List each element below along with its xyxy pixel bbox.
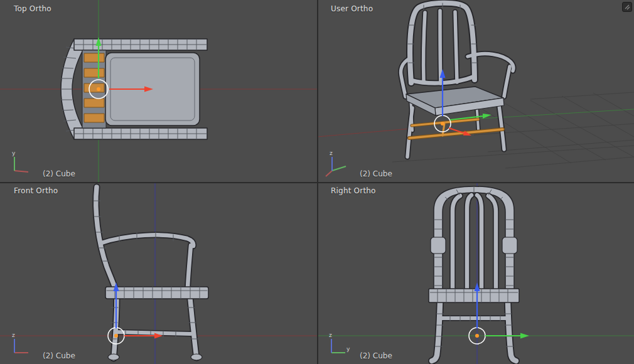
mini-axis-gizmo: z xyxy=(322,149,351,178)
chair-mesh-user-view[interactable] xyxy=(401,3,513,157)
viewport-user-ortho[interactable]: User Ortho (2) Cube z xyxy=(317,0,634,182)
active-object-label: (2) Cube xyxy=(360,351,392,360)
user-ortho-scene xyxy=(317,0,634,182)
manipulator-z-arrow[interactable] xyxy=(475,282,480,328)
viewport-label: Top Ortho xyxy=(14,4,51,13)
selected-stretcher-edges[interactable] xyxy=(409,119,503,138)
gizmo-y-axis xyxy=(332,166,346,171)
right-ortho-scene xyxy=(317,182,634,364)
gizmo-x-axis xyxy=(326,171,332,176)
active-object-label: (2) Cube xyxy=(43,351,75,360)
object-origin-dot xyxy=(475,334,479,338)
gizmo-axis-label: y xyxy=(12,150,16,156)
top-ortho-scene xyxy=(0,0,317,182)
viewport-label: Right Ortho xyxy=(331,186,376,195)
gizmo-axis-label: z xyxy=(12,332,15,338)
blender-quad-view: Top Ortho (2) Cube y xyxy=(0,0,634,364)
chair-mesh-right-view[interactable] xyxy=(429,186,519,361)
viewport-label: Front Ortho xyxy=(14,186,58,195)
viewport-divider-horizontal[interactable] xyxy=(0,182,634,183)
active-object-label: (2) Cube xyxy=(43,169,75,178)
chair-mesh-front-view[interactable] xyxy=(94,187,208,360)
object-origin-dot xyxy=(97,87,100,91)
gizmo-axis-label: z xyxy=(329,332,332,338)
object-origin-dot xyxy=(114,334,118,338)
viewport-label: User Ortho xyxy=(331,4,373,13)
active-object-label: (2) Cube xyxy=(360,169,392,178)
mini-axis-gizmo: z y xyxy=(322,331,351,360)
area-corner-grip-icon[interactable] xyxy=(622,2,632,12)
viewport-top-ortho[interactable]: Top Ortho (2) Cube y xyxy=(0,0,317,182)
gizmo-axis-label: z xyxy=(330,150,333,156)
gizmo-x-axis xyxy=(14,171,28,172)
front-ortho-scene xyxy=(0,182,317,364)
gizmo-axis-label-y: y xyxy=(347,346,350,352)
viewport-front-ortho[interactable]: Front Ortho (2) Cube z xyxy=(0,182,317,364)
viewport-right-ortho[interactable]: Right Ortho (2) Cube z y xyxy=(317,182,634,364)
mini-axis-gizmo: z xyxy=(5,331,34,360)
object-origin-dot xyxy=(441,122,444,126)
mini-axis-gizmo: y xyxy=(5,149,34,178)
x-axis-line xyxy=(317,129,410,137)
